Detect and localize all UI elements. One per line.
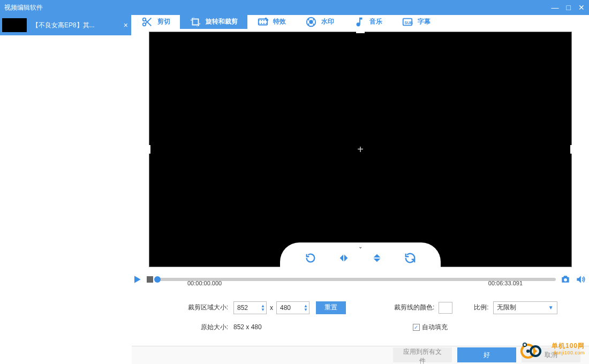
cancel-button[interactable]: 取消	[522, 347, 580, 362]
tab-subtitle[interactable]: SUB 字幕	[392, 15, 440, 29]
ratio-select[interactable]: 无限制 ▼	[493, 301, 557, 314]
watermark-icon	[305, 16, 317, 28]
ratio-label: 比例:	[474, 303, 488, 312]
tab-label: 特效	[273, 17, 286, 26]
svg-rect-2	[193, 19, 199, 25]
time-end: 00:06:33.091	[488, 280, 523, 286]
crop-rotate-icon	[190, 16, 201, 28]
footer: 应用到所有文件 好 取消	[132, 346, 589, 364]
ok-button[interactable]: 好	[457, 347, 516, 362]
video-canvas[interactable]: +	[149, 32, 572, 267]
main-panel: 剪切 旋转和裁剪 特效 水印	[132, 15, 589, 364]
chevron-down-icon: ▼	[548, 305, 554, 310]
tab-label: 字幕	[418, 17, 431, 26]
app-body: 【不良女高EP8】其... × 剪切 旋转和裁剪	[0, 15, 589, 364]
spinner-icon[interactable]: ▲▼	[304, 304, 308, 312]
music-note-icon	[353, 16, 365, 28]
sidebar-item-close-icon[interactable]: ×	[124, 21, 128, 29]
transform-tray: ⌄	[280, 242, 441, 267]
svg-text:SUB: SUB	[405, 20, 413, 25]
apply-all-button[interactable]: 应用到所有文件	[393, 347, 452, 362]
svg-point-4	[266, 18, 267, 19]
crop-size-label: 裁剪区域大小:	[142, 303, 233, 312]
original-size-label: 原始大小:	[142, 323, 233, 332]
center-marker-icon: +	[357, 143, 364, 155]
scissors-icon	[141, 16, 153, 28]
window-title: 视频编辑软件	[4, 3, 552, 12]
tab-label: 音乐	[369, 17, 382, 26]
checkbox-box: ✓	[413, 324, 420, 331]
tab-music[interactable]: 音乐	[344, 15, 392, 29]
line-color-swatch[interactable]	[439, 302, 452, 314]
original-size-value: 852 x 480	[233, 323, 262, 331]
tray-collapse-icon[interactable]: ⌄	[358, 244, 363, 249]
tab-watermark[interactable]: 水印	[296, 15, 344, 29]
tab-effects[interactable]: 特效	[247, 15, 296, 29]
x-separator: x	[270, 304, 273, 312]
timeline: 00:00:00.000 00:06:33.091	[132, 267, 589, 292]
tool-tabs: 剪切 旋转和裁剪 特效 水印	[132, 15, 589, 29]
sidebar-item-label: 【不良女高EP8】其...	[32, 21, 124, 30]
stop-button[interactable]	[147, 276, 153, 283]
window-controls: — □ ✕	[552, 3, 585, 12]
crop-width-input[interactable]: 852 ▲▼	[233, 301, 267, 314]
tab-rotate-crop[interactable]: 旋转和裁剪	[180, 15, 247, 29]
close-button[interactable]: ✕	[578, 3, 585, 12]
title-bar: 视频编辑软件 — □ ✕	[0, 0, 589, 15]
sidebar: 【不良女高EP8】其... ×	[0, 15, 132, 364]
subtitle-icon: SUB	[402, 16, 413, 28]
reset-button[interactable]: 重置	[316, 301, 346, 314]
svg-rect-3	[259, 19, 268, 25]
volume-button[interactable]	[575, 274, 586, 285]
play-button[interactable]	[132, 274, 142, 285]
snapshot-button[interactable]	[560, 274, 571, 285]
tab-label: 剪切	[157, 17, 170, 26]
reset-transform-button[interactable]	[404, 252, 416, 264]
sidebar-item-video[interactable]: 【不良女高EP8】其... ×	[0, 15, 131, 35]
preview-area: + ⌄	[132, 29, 589, 267]
svg-point-7	[309, 20, 313, 24]
minimize-button[interactable]: —	[552, 3, 559, 12]
video-thumbnail	[2, 18, 27, 32]
autofill-label: 自动填充	[422, 323, 448, 332]
tab-cut[interactable]: 剪切	[132, 15, 180, 29]
flip-vertical-button[interactable]	[371, 252, 383, 264]
spinner-icon[interactable]: ▲▼	[261, 304, 265, 312]
tab-label: 旋转和裁剪	[206, 17, 238, 26]
line-color-label: 裁剪线的颜色:	[394, 303, 434, 312]
seek-knob[interactable]	[154, 276, 161, 283]
time-start: 00:00:00.000	[187, 280, 222, 286]
tab-label: 水印	[321, 17, 334, 26]
svg-point-5	[267, 19, 268, 20]
rotate-cw-button[interactable]	[305, 252, 316, 264]
svg-point-10	[564, 278, 567, 282]
maximize-button[interactable]: □	[567, 3, 571, 12]
autofill-checkbox[interactable]: ✓ 自动填充	[413, 323, 448, 332]
effects-icon	[257, 16, 269, 28]
crop-settings: 裁剪区域大小: 852 ▲▼ x 480 ▲▼ 重置 裁剪线的颜色: 比例: 无…	[132, 292, 589, 346]
crop-height-input[interactable]: 480 ▲▼	[276, 301, 309, 314]
flip-horizontal-button[interactable]	[338, 252, 350, 264]
